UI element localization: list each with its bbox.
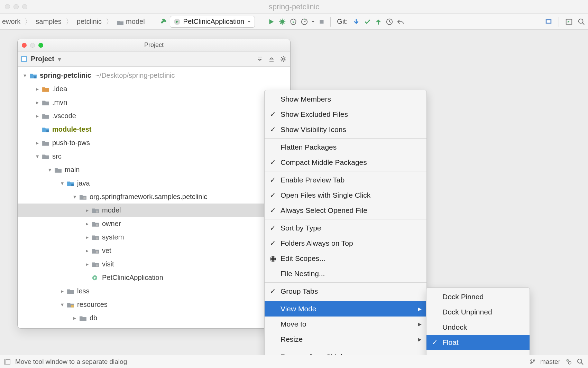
menu-item[interactable]: ✓Sort by Type bbox=[265, 220, 426, 236]
tree-item[interactable]: ▸owner bbox=[18, 217, 290, 230]
menu-item[interactable]: ✓Open Files with Single Click bbox=[265, 188, 426, 203]
traffic-max-icon[interactable] bbox=[22, 4, 27, 9]
stop-icon[interactable] bbox=[317, 17, 326, 26]
breadcrumb-item[interactable]: samples bbox=[36, 18, 61, 26]
menu-item[interactable]: ◉Edit Scopes... bbox=[265, 251, 426, 266]
tree-item[interactable]: ▸.vscode bbox=[18, 109, 290, 123]
history-icon[interactable] bbox=[385, 17, 394, 26]
menu-item[interactable]: Dock Unpinned bbox=[426, 304, 530, 320]
git-branch-name[interactable]: master bbox=[540, 358, 560, 366]
svg-rect-20 bbox=[71, 305, 74, 308]
menu-item[interactable]: Move to bbox=[265, 317, 426, 332]
debug-icon[interactable] bbox=[278, 17, 287, 26]
tree-item[interactable]: ▾java bbox=[18, 177, 290, 190]
toolbar-separator bbox=[559, 17, 559, 27]
menu-item[interactable]: Resize bbox=[265, 332, 426, 347]
git-commit-icon[interactable] bbox=[363, 17, 372, 26]
collapse-all-icon[interactable] bbox=[256, 56, 263, 63]
minimize-icon[interactable] bbox=[30, 43, 35, 48]
tree-root[interactable]: ▾spring-petclinic~/Desktop/spring-petcli… bbox=[18, 69, 290, 82]
project-view-selector[interactable]: Project bbox=[31, 55, 54, 63]
git-label: Git: bbox=[337, 18, 348, 26]
chevron-down-icon[interactable]: ▾ bbox=[58, 55, 61, 63]
tree-item[interactable]: module-test bbox=[18, 123, 290, 136]
build-icon[interactable] bbox=[159, 17, 168, 26]
rollback-icon[interactable] bbox=[396, 17, 405, 26]
breadcrumb-item[interactable]: ework bbox=[2, 18, 20, 26]
expand-all-icon[interactable] bbox=[268, 56, 275, 63]
search-icon[interactable] bbox=[577, 358, 584, 365]
profile-icon[interactable] bbox=[300, 17, 309, 26]
svg-point-27 bbox=[567, 359, 569, 361]
menu-item[interactable]: ✓Show Visibility Icons bbox=[265, 122, 426, 137]
chevron-down-icon bbox=[247, 20, 251, 24]
svg-point-8 bbox=[579, 19, 583, 23]
chevron-right-icon: 〉 bbox=[104, 17, 114, 26]
project-tree[interactable]: ▾spring-petclinic~/Desktop/spring-petcli… bbox=[18, 67, 290, 328]
close-icon[interactable] bbox=[22, 43, 27, 48]
code-with-me-icon[interactable] bbox=[544, 17, 553, 26]
menu-item[interactable]: Flatten Packages bbox=[265, 140, 426, 155]
project-options-menu[interactable]: Show Members✓Show Excluded Files✓Show Vi… bbox=[264, 90, 427, 368]
traffic-close-icon[interactable] bbox=[5, 4, 10, 9]
window-title: spring-petclinic bbox=[269, 2, 320, 11]
menu-item[interactable]: ✓Always Select Opened File bbox=[265, 203, 426, 218]
svg-rect-12 bbox=[71, 184, 74, 186]
tree-item[interactable]: ▸push-to-pws bbox=[18, 136, 290, 150]
tree-item[interactable]: PetClinicApplication bbox=[18, 271, 290, 284]
window-traffic-lights bbox=[18, 43, 43, 48]
tree-item[interactable]: ▸db bbox=[18, 311, 290, 325]
menu-item[interactable]: File Nesting... bbox=[265, 266, 426, 281]
tree-item[interactable]: ▸less bbox=[18, 284, 290, 298]
tree-item[interactable]: ▸system bbox=[18, 230, 290, 244]
search-everywhere-icon[interactable] bbox=[577, 17, 586, 26]
menu-item[interactable]: Dock Pinned bbox=[426, 289, 530, 304]
gear-icon[interactable] bbox=[280, 56, 287, 63]
tree-item[interactable]: ▸.idea bbox=[18, 82, 290, 96]
run-icon[interactable] bbox=[267, 17, 276, 26]
tree-item[interactable]: ▾src bbox=[18, 150, 290, 163]
project-toolbar: Project ▾ bbox=[18, 51, 290, 67]
menu-item[interactable]: ✓Compact Middle Packages bbox=[265, 155, 426, 170]
branch-icon bbox=[530, 359, 535, 365]
svg-point-26 bbox=[568, 361, 571, 364]
run-config-label: PetClinicApplication bbox=[183, 18, 245, 26]
menu-item[interactable]: ✓Show Excluded Files bbox=[265, 107, 426, 122]
run-config-selector[interactable]: PetClinicApplication bbox=[170, 16, 255, 28]
svg-point-16 bbox=[96, 237, 98, 240]
traffic-min-icon[interactable] bbox=[13, 4, 19, 9]
svg-point-13 bbox=[83, 197, 86, 199]
maximize-icon[interactable] bbox=[38, 43, 43, 48]
chevron-down-icon[interactable] bbox=[311, 20, 315, 24]
run-anything-icon[interactable] bbox=[564, 17, 573, 26]
menu-item[interactable]: ✓Group Tabs bbox=[265, 284, 426, 299]
chevron-right-icon: 〉 bbox=[64, 17, 74, 26]
breadcrumb-item[interactable]: petclinic bbox=[77, 18, 102, 26]
project-window-title-bar[interactable]: Project bbox=[18, 39, 290, 51]
menu-item[interactable]: View Mode bbox=[265, 301, 426, 317]
git-push-icon[interactable] bbox=[374, 17, 383, 26]
svg-rect-22 bbox=[4, 359, 6, 364]
tree-item[interactable]: ▸vet bbox=[18, 244, 290, 257]
svg-point-23 bbox=[531, 360, 532, 361]
tree-item[interactable]: ▾resources bbox=[18, 298, 290, 311]
menu-item[interactable]: ✓Enable Preview Tab bbox=[265, 172, 426, 188]
menu-item[interactable]: ✓Folders Always on Top bbox=[265, 236, 426, 251]
menu-item[interactable]: Show Members bbox=[265, 92, 426, 107]
services-gear-icon[interactable] bbox=[565, 358, 572, 365]
tree-item[interactable]: ▾org.springframework.samples.petclinic bbox=[18, 190, 290, 204]
tree-item[interactable]: ▸visit bbox=[18, 257, 290, 271]
tree-item[interactable]: ▾main bbox=[18, 163, 290, 177]
tree-item[interactable]: ▸.mvn bbox=[18, 96, 290, 109]
breadcrumb-item[interactable]: model bbox=[117, 18, 145, 26]
menu-item[interactable]: Undock bbox=[426, 320, 530, 335]
tree-item[interactable]: ▸model bbox=[18, 204, 290, 217]
tool-window-layout-icon[interactable] bbox=[4, 359, 10, 365]
coverage-icon[interactable] bbox=[289, 17, 298, 26]
menu-item[interactable]: ✓Float bbox=[426, 335, 530, 350]
project-tool-window: Project Project ▾ ▾spring-petclinic~/Des… bbox=[17, 39, 291, 329]
window-title-bar: spring-petclinic bbox=[0, 0, 588, 14]
git-pull-icon[interactable] bbox=[352, 17, 361, 26]
svg-rect-10 bbox=[34, 76, 36, 78]
svg-point-28 bbox=[578, 359, 582, 363]
